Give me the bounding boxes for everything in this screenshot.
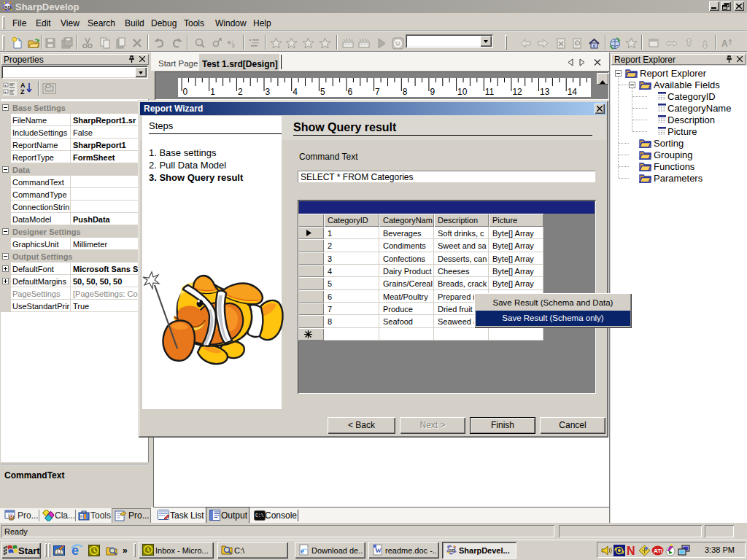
svg-text:6: 6	[348, 87, 353, 97]
svg-text:2: 2	[238, 87, 243, 97]
svg-text:11: 11	[485, 87, 495, 97]
svg-text:SD: SD	[449, 548, 456, 553]
svg-text:W: W	[375, 547, 382, 554]
svg-text:C:\: C:\	[255, 513, 264, 518]
svg-text:14: 14	[568, 87, 578, 97]
svg-text:10: 10	[457, 87, 468, 97]
svg-text:8: 8	[403, 87, 408, 97]
svg-text:+: +	[4, 90, 7, 94]
svg-text:0: 0	[183, 87, 188, 97]
svg-text:12: 12	[512, 87, 522, 97]
svg-text:5: 5	[320, 87, 325, 97]
svg-text:4: 4	[293, 87, 298, 97]
svg-text:1: 1	[210, 87, 215, 97]
svg-text:N: N	[627, 545, 635, 556]
svg-text:A: A	[721, 39, 728, 49]
svg-text:13: 13	[540, 87, 550, 97]
svg-text:9: 9	[430, 87, 435, 97]
svg-text:ATi: ATi	[654, 548, 662, 554]
svg-text:+: +	[4, 83, 7, 88]
svg-text:7: 7	[375, 87, 380, 97]
svg-text:Z: Z	[20, 88, 25, 96]
svg-text:3: 3	[266, 87, 271, 97]
svg-text:z: z	[232, 42, 235, 49]
svg-text:SD: SD	[4, 5, 12, 10]
